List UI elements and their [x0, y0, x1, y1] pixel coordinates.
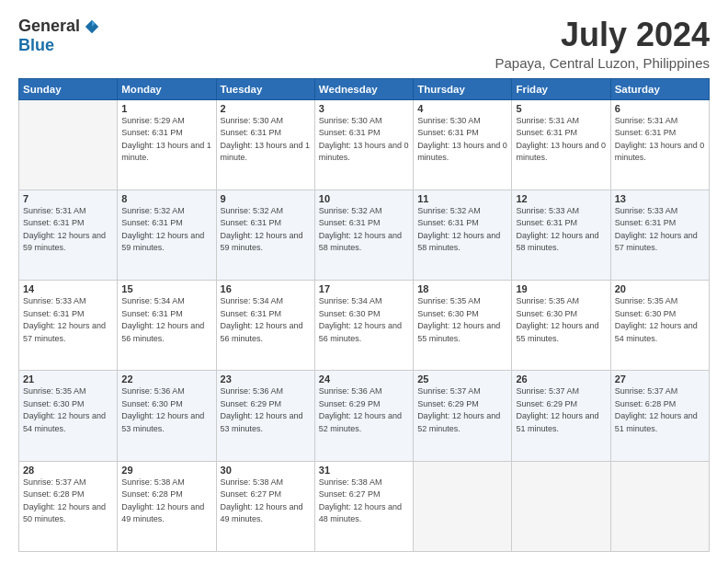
day-number: 11: [417, 193, 507, 204]
col-saturday: Saturday: [610, 78, 709, 99]
day-detail: Sunrise: 5:38 AMSunset: 6:27 PMDaylight:…: [319, 477, 402, 524]
calendar-cell: 28 Sunrise: 5:37 AMSunset: 6:28 PMDaylig…: [19, 461, 118, 551]
calendar-cell: 27 Sunrise: 5:37 AMSunset: 6:28 PMDaylig…: [610, 371, 709, 461]
day-detail: Sunrise: 5:33 AMSunset: 6:31 PMDaylight:…: [516, 206, 598, 253]
day-detail: Sunrise: 5:36 AMSunset: 6:29 PMDaylight:…: [221, 386, 303, 433]
header: General Blue July 2024 Papaya, Central L…: [18, 17, 710, 71]
day-detail: Sunrise: 5:34 AMSunset: 6:31 PMDaylight:…: [121, 296, 204, 343]
calendar-cell: 17 Sunrise: 5:34 AMSunset: 6:30 PMDaylig…: [314, 281, 413, 371]
calendar-cell: 22 Sunrise: 5:36 AMSunset: 6:30 PMDaylig…: [118, 371, 216, 461]
month-year: July 2024: [495, 17, 710, 53]
day-number: 27: [615, 373, 705, 385]
day-detail: Sunrise: 5:32 AMSunset: 6:31 PMDaylight:…: [121, 206, 204, 253]
day-detail: Sunrise: 5:36 AMSunset: 6:30 PMDaylight:…: [121, 386, 204, 433]
day-number: 8: [121, 193, 211, 204]
header-row: Sunday Monday Tuesday Wednesday Thursday…: [19, 78, 710, 99]
calendar-cell: [19, 99, 118, 190]
day-number: 9: [221, 193, 311, 204]
day-detail: Sunrise: 5:37 AMSunset: 6:29 PMDaylight:…: [417, 386, 500, 433]
day-detail: Sunrise: 5:30 AMSunset: 6:31 PMDaylight:…: [221, 116, 311, 163]
calendar-cell: 25 Sunrise: 5:37 AMSunset: 6:29 PMDaylig…: [414, 371, 512, 461]
calendar-cell: 21 Sunrise: 5:35 AMSunset: 6:30 PMDaylig…: [19, 371, 118, 461]
day-number: 12: [516, 193, 606, 204]
day-number: 20: [615, 283, 705, 294]
page: General Blue July 2024 Papaya, Central L…: [0, 0, 728, 563]
day-detail: Sunrise: 5:33 AMSunset: 6:31 PMDaylight:…: [23, 296, 106, 343]
calendar-cell: 29 Sunrise: 5:38 AMSunset: 6:28 PMDaylig…: [118, 461, 216, 551]
day-detail: Sunrise: 5:34 AMSunset: 6:31 PMDaylight:…: [221, 296, 303, 343]
calendar-week-3: 21 Sunrise: 5:35 AMSunset: 6:30 PMDaylig…: [19, 371, 710, 461]
day-detail: Sunrise: 5:32 AMSunset: 6:31 PMDaylight:…: [221, 206, 303, 253]
day-detail: Sunrise: 5:34 AMSunset: 6:30 PMDaylight:…: [319, 296, 402, 343]
calendar-cell: 4 Sunrise: 5:30 AMSunset: 6:31 PMDayligh…: [414, 99, 512, 190]
day-number: 25: [417, 373, 507, 385]
day-number: 18: [417, 283, 507, 294]
calendar-cell: 16 Sunrise: 5:34 AMSunset: 6:31 PMDaylig…: [216, 281, 314, 371]
day-number: 17: [319, 283, 409, 294]
col-sunday: Sunday: [19, 78, 118, 99]
calendar-cell: 13 Sunrise: 5:33 AMSunset: 6:31 PMDaylig…: [610, 190, 709, 280]
day-detail: Sunrise: 5:31 AMSunset: 6:31 PMDaylight:…: [615, 116, 705, 163]
day-detail: Sunrise: 5:38 AMSunset: 6:27 PMDaylight:…: [221, 477, 303, 524]
col-wednesday: Wednesday: [314, 78, 413, 99]
logo-general-text: General: [18, 17, 80, 36]
calendar-cell: [610, 461, 709, 551]
day-number: 10: [319, 193, 409, 204]
day-detail: Sunrise: 5:38 AMSunset: 6:28 PMDaylight:…: [121, 477, 204, 524]
calendar-cell: 12 Sunrise: 5:33 AMSunset: 6:31 PMDaylig…: [512, 190, 610, 280]
calendar-cell: 31 Sunrise: 5:38 AMSunset: 6:27 PMDaylig…: [314, 461, 413, 551]
day-detail: Sunrise: 5:35 AMSunset: 6:30 PMDaylight:…: [23, 386, 106, 433]
calendar-cell: [512, 461, 610, 551]
calendar-cell: 3 Sunrise: 5:30 AMSunset: 6:31 PMDayligh…: [314, 99, 413, 190]
day-number: 29: [121, 465, 211, 476]
calendar-week-2: 14 Sunrise: 5:33 AMSunset: 6:31 PMDaylig…: [19, 281, 710, 371]
calendar-cell: 1 Sunrise: 5:29 AMSunset: 6:31 PMDayligh…: [118, 99, 216, 190]
day-detail: Sunrise: 5:37 AMSunset: 6:28 PMDaylight:…: [23, 477, 106, 524]
calendar-cell: 7 Sunrise: 5:31 AMSunset: 6:31 PMDayligh…: [19, 190, 118, 280]
calendar-cell: [414, 461, 512, 551]
calendar-cell: 10 Sunrise: 5:32 AMSunset: 6:31 PMDaylig…: [314, 190, 413, 280]
calendar-cell: 23 Sunrise: 5:36 AMSunset: 6:29 PMDaylig…: [216, 371, 314, 461]
day-detail: Sunrise: 5:37 AMSunset: 6:28 PMDaylight:…: [615, 386, 698, 433]
calendar-week-0: 1 Sunrise: 5:29 AMSunset: 6:31 PMDayligh…: [19, 99, 710, 190]
day-number: 4: [417, 103, 507, 114]
title-section: July 2024 Papaya, Central Luzon, Philipp…: [495, 17, 710, 71]
day-number: 6: [615, 103, 705, 114]
calendar-cell: 9 Sunrise: 5:32 AMSunset: 6:31 PMDayligh…: [216, 190, 314, 280]
col-thursday: Thursday: [414, 78, 512, 99]
day-number: 2: [221, 103, 311, 114]
logo-icon: [84, 18, 100, 35]
logo: General Blue: [18, 17, 100, 55]
day-detail: Sunrise: 5:35 AMSunset: 6:30 PMDaylight:…: [417, 296, 500, 343]
day-number: 26: [516, 373, 606, 385]
day-number: 1: [121, 103, 211, 114]
day-number: 21: [23, 373, 113, 385]
calendar-cell: 24 Sunrise: 5:36 AMSunset: 6:29 PMDaylig…: [314, 371, 413, 461]
calendar-cell: 2 Sunrise: 5:30 AMSunset: 6:31 PMDayligh…: [216, 99, 314, 190]
day-detail: Sunrise: 5:30 AMSunset: 6:31 PMDaylight:…: [417, 116, 507, 163]
calendar-cell: 19 Sunrise: 5:35 AMSunset: 6:30 PMDaylig…: [512, 281, 610, 371]
day-detail: Sunrise: 5:32 AMSunset: 6:31 PMDaylight:…: [319, 206, 402, 253]
calendar-week-1: 7 Sunrise: 5:31 AMSunset: 6:31 PMDayligh…: [19, 190, 710, 280]
day-number: 16: [221, 283, 311, 294]
day-number: 23: [221, 373, 311, 385]
calendar-cell: 18 Sunrise: 5:35 AMSunset: 6:30 PMDaylig…: [414, 281, 512, 371]
day-number: 13: [615, 193, 705, 204]
calendar-cell: 8 Sunrise: 5:32 AMSunset: 6:31 PMDayligh…: [118, 190, 216, 280]
day-number: 31: [319, 465, 409, 476]
day-number: 3: [319, 103, 409, 114]
day-detail: Sunrise: 5:31 AMSunset: 6:31 PMDaylight:…: [23, 206, 106, 253]
calendar-cell: 11 Sunrise: 5:32 AMSunset: 6:31 PMDaylig…: [414, 190, 512, 280]
calendar-cell: 15 Sunrise: 5:34 AMSunset: 6:31 PMDaylig…: [118, 281, 216, 371]
calendar-cell: 26 Sunrise: 5:37 AMSunset: 6:29 PMDaylig…: [512, 371, 610, 461]
day-detail: Sunrise: 5:29 AMSunset: 6:31 PMDaylight:…: [121, 116, 211, 163]
calendar-cell: 14 Sunrise: 5:33 AMSunset: 6:31 PMDaylig…: [19, 281, 118, 371]
calendar-cell: 6 Sunrise: 5:31 AMSunset: 6:31 PMDayligh…: [610, 99, 709, 190]
day-number: 5: [516, 103, 606, 114]
day-number: 14: [23, 283, 113, 294]
day-detail: Sunrise: 5:36 AMSunset: 6:29 PMDaylight:…: [319, 386, 402, 433]
day-number: 24: [319, 373, 409, 385]
location: Papaya, Central Luzon, Philippines: [495, 55, 710, 71]
calendar-cell: 30 Sunrise: 5:38 AMSunset: 6:27 PMDaylig…: [216, 461, 314, 551]
day-number: 28: [23, 465, 113, 476]
